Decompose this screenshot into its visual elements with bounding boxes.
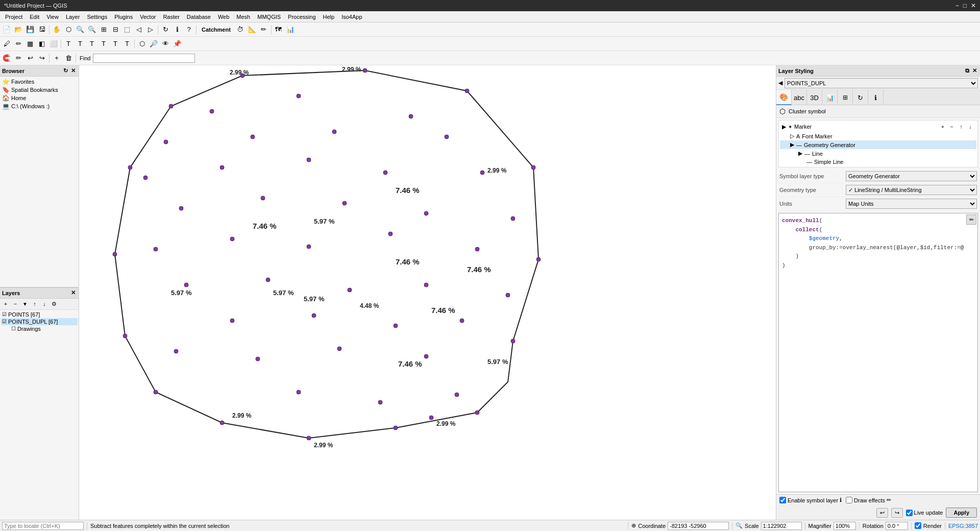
tb2-14[interactable]: 👁 [160,38,171,50]
tb3-add[interactable]: + [51,53,62,64]
minimize-button[interactable]: − [955,2,959,9]
tb2-3[interactable]: ▦ [24,38,36,50]
tb-zoom-in[interactable]: 🔍 [75,24,86,35]
tb-new[interactable]: 📄 [1,24,12,35]
tb-pan[interactable]: ✋ [51,24,62,35]
tb2-1[interactable]: 🖊 [1,38,12,50]
menu-plugins[interactable]: Plugins [111,13,136,21]
tb2-10[interactable]: T [110,38,121,50]
menu-database[interactable]: Database [184,13,214,21]
redo-styling-button[interactable]: ↪ [891,508,903,518]
apply-button[interactable]: Apply [946,508,977,518]
tab-symbology[interactable]: 🎨 [776,90,792,105]
tab-3d[interactable]: 3D [807,90,822,105]
marker-down-icon[interactable]: ↓ [966,123,974,131]
draw-effects-edit-icon[interactable]: ✏ [887,497,891,503]
tb-annotate[interactable]: ✏ [258,24,270,35]
menu-layer[interactable]: Layer [63,13,83,21]
find-input[interactable] [93,54,195,63]
tb2-8[interactable]: T [86,38,97,50]
symbol-node-font-marker[interactable]: ▷ A Font Marker [780,132,976,140]
tb2-12[interactable]: ⬡ [136,38,148,50]
tb3-redo[interactable]: ↪ [36,53,47,64]
tb3-edit[interactable]: ✏ [13,53,24,64]
coordinate-input[interactable] [668,522,729,530]
magnifier-input[interactable] [834,522,856,530]
rotation-input[interactable] [886,522,908,530]
tb-zoom-out[interactable]: 🔍 [86,24,97,35]
tb-select[interactable]: ⬡ [63,24,74,35]
expression-edit-button[interactable]: ✏ [966,214,976,225]
layers-close-icon[interactable]: ✕ [70,289,77,297]
tb3-del[interactable]: 🗑 [63,53,74,64]
tb-3d[interactable]: 🗺 [273,24,284,35]
layers-filter-icon[interactable]: ▼ [20,299,30,308]
live-update-checkbox[interactable] [906,510,913,516]
tb2-6[interactable]: T [63,38,74,50]
render-checkbox[interactable] [915,522,921,529]
menu-project[interactable]: Project [2,13,26,21]
tb2-5[interactable]: ⬜ [48,38,59,50]
tab-rendering[interactable]: ↻ [853,90,868,105]
browser-home[interactable]: 🏠Home [1,94,78,102]
tb-save-as[interactable]: 🖫 [36,24,47,35]
map-canvas[interactable]: 2.99 % 2.99 % 2.99 % 2.99 % 2.99 % 2.99 … [79,65,776,520]
tb3-undo[interactable]: ↩ [24,53,36,64]
browser-windows[interactable]: 💻C:\ (Windows :) [1,102,78,110]
tab-labels[interactable]: abc [792,90,807,105]
menu-web[interactable]: Web [215,13,232,21]
close-button[interactable]: ✕ [971,2,976,9]
tb-save[interactable]: 💾 [24,24,36,35]
layers-settings-icon[interactable]: ⚙ [50,299,59,308]
geometry-type-select[interactable]: ✓ LineString / MultiLineString Point / M… [846,185,977,195]
symbol-layer-type-select[interactable]: Geometry Generator [846,171,977,181]
layers-add-icon[interactable]: + [1,299,10,308]
tab-metadata[interactable]: ℹ [868,90,884,105]
tb3-snap[interactable]: 🧲 [1,53,12,64]
layers-remove-icon[interactable]: − [11,299,20,308]
tb2-2[interactable]: ✏ [13,38,24,50]
marker-up-icon[interactable]: ↑ [957,123,965,131]
tab-fields[interactable]: ⊞ [838,90,853,105]
menu-mesh[interactable]: Mesh [233,13,253,21]
undo-styling-button[interactable]: ↩ [876,508,888,518]
tb2-15[interactable]: 📌 [172,38,183,50]
layer-points-dupl[interactable]: ☑ POINTS_DUPL [67] [1,318,78,325]
menu-mmqgis[interactable]: MMQGIS [254,13,284,21]
menu-iso4app[interactable]: Iso4App [338,13,365,21]
browser-bookmarks[interactable]: 🔖Spatial Bookmarks [1,86,78,94]
layer-drawings[interactable]: ☐ Drawings [1,325,78,332]
styling-close-icon[interactable]: ✕ [971,67,978,75]
layers-down-icon[interactable]: ↓ [40,299,49,308]
units-select[interactable]: Map Units Pixels Millimeters Points [846,199,977,209]
draw-effects-checkbox[interactable] [846,497,852,503]
layer-points-dupl-check[interactable]: ☑ [2,319,7,324]
styling-float-icon[interactable]: ⧉ [964,67,970,75]
tb-timer[interactable]: ⏱ [235,24,246,35]
prev-layer-icon[interactable]: ◀ [778,80,782,86]
scale-input[interactable] [761,522,802,530]
browser-close-icon[interactable]: ✕ [70,67,77,75]
tb-refresh[interactable]: ↻ [160,24,171,35]
locate-input[interactable] [2,522,84,530]
tb-info[interactable]: ? [183,24,194,35]
tb-zoom-last[interactable]: ◁ [133,24,144,35]
tb-identify[interactable]: ℹ [172,24,183,35]
layers-up-icon[interactable]: ↑ [30,299,39,308]
tb-stat[interactable]: 📊 [285,24,296,35]
tb-zoom-next[interactable]: ▷ [145,24,156,35]
tb-zoom-full[interactable]: ⊞ [98,24,109,35]
catchment-btn[interactable]: Catchment [198,24,234,35]
browser-refresh-icon[interactable]: ↻ [62,67,69,75]
symbol-layer-info-icon[interactable]: ℹ [840,497,842,503]
browser-favorites[interactable]: ⭐Favorites [1,78,78,86]
layer-points[interactable]: ☑ POINTS [67] [1,311,78,318]
symbol-node-geometry-generator[interactable]: ▶ — Geometry Generator [780,140,976,149]
tb2-7[interactable]: T [75,38,86,50]
tb-zoom-layer[interactable]: ⬚ [121,24,133,35]
symbol-node-simple-line[interactable]: — Simple Line [780,158,976,166]
maximize-button[interactable]: □ [963,2,967,9]
layer-drawings-check[interactable]: ☐ [11,326,16,331]
menu-settings[interactable]: Settings [84,13,110,21]
symbol-node-line[interactable]: ▶ — Line [780,149,976,158]
